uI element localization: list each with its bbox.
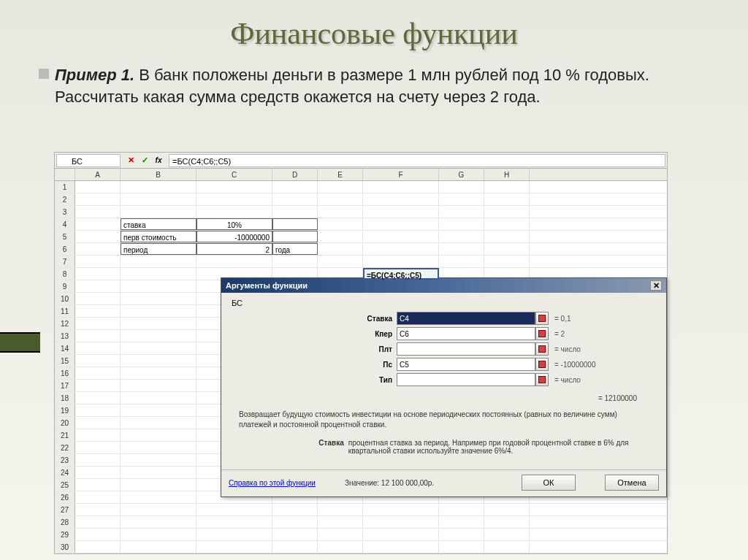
cell[interactable] (75, 516, 121, 528)
cell[interactable] (363, 243, 439, 255)
cell[interactable] (121, 380, 196, 391)
cell[interactable] (121, 181, 196, 193)
row-header[interactable]: 19 (55, 404, 75, 416)
cancel-button[interactable]: Отмена (605, 475, 659, 491)
row-header[interactable]: 12 (55, 318, 75, 329)
cell[interactable] (75, 429, 121, 441)
cell[interactable] (75, 342, 121, 354)
cell[interactable] (484, 181, 530, 193)
cell[interactable] (196, 256, 272, 267)
cell[interactable] (439, 206, 484, 218)
cell[interactable]: =БС(C4;C6;;C5) (363, 268, 439, 280)
cell[interactable] (75, 243, 121, 255)
row-header[interactable]: 21 (55, 429, 75, 441)
col-header[interactable]: E (318, 169, 363, 180)
cell[interactable] (484, 193, 530, 205)
cell[interactable] (439, 256, 484, 267)
help-link[interactable]: Справка по этой функции (229, 479, 316, 487)
cell[interactable] (75, 318, 121, 329)
cell[interactable] (121, 330, 196, 342)
cell[interactable] (75, 417, 121, 429)
range-select-icon[interactable] (535, 312, 549, 325)
cell[interactable] (75, 541, 121, 553)
cell[interactable] (272, 181, 318, 193)
cell[interactable] (439, 193, 484, 205)
cell[interactable] (363, 193, 439, 205)
cell[interactable] (484, 243, 530, 255)
row-header[interactable]: 29 (55, 529, 75, 540)
cell[interactable] (484, 256, 530, 267)
cell[interactable] (363, 516, 439, 528)
dialog-titlebar[interactable]: Аргументы функции ✕ (221, 278, 666, 293)
cell[interactable] (121, 442, 196, 453)
cell[interactable] (363, 206, 439, 218)
row-header[interactable]: 10 (55, 293, 75, 304)
cell[interactable] (318, 243, 363, 255)
cell[interactable] (272, 193, 318, 205)
cell[interactable] (272, 218, 318, 230)
cell[interactable] (75, 367, 121, 379)
cell[interactable] (318, 193, 363, 205)
argument-input[interactable]: C5 (397, 358, 535, 371)
row-header[interactable]: 26 (55, 491, 75, 503)
cell[interactable]: ставка (121, 218, 196, 230)
cell[interactable] (439, 516, 484, 528)
row-header[interactable]: 16 (55, 367, 75, 379)
cell[interactable] (121, 280, 196, 292)
cell[interactable] (272, 541, 318, 553)
row-header[interactable]: 5 (55, 231, 75, 242)
cell[interactable] (121, 404, 196, 416)
cell[interactable] (484, 218, 530, 230)
argument-input[interactable] (397, 373, 535, 386)
cell[interactable] (196, 181, 272, 193)
cell[interactable] (318, 231, 363, 242)
argument-input[interactable]: C4 (397, 312, 535, 325)
col-header[interactable]: C (196, 169, 272, 180)
fx-icon[interactable]: fx (153, 155, 164, 166)
cell[interactable] (484, 529, 530, 540)
cell[interactable] (121, 355, 196, 367)
cell[interactable] (121, 417, 196, 429)
cell[interactable] (121, 491, 196, 503)
cell[interactable] (121, 318, 196, 329)
cell[interactable] (75, 504, 121, 515)
cell[interactable] (75, 293, 121, 304)
cell[interactable]: -10000000 (196, 231, 272, 242)
cell[interactable] (318, 181, 363, 193)
row-header[interactable]: 3 (55, 206, 75, 218)
cell[interactable]: 10% (196, 218, 272, 230)
cell[interactable] (121, 392, 196, 404)
cell[interactable] (363, 504, 439, 515)
range-select-icon[interactable] (535, 373, 549, 386)
close-icon[interactable]: ✕ (650, 280, 662, 291)
cancel-formula-icon[interactable]: ✕ (125, 155, 137, 166)
cell[interactable] (439, 529, 484, 540)
cell[interactable] (318, 504, 363, 515)
cell[interactable] (121, 268, 196, 280)
cell[interactable] (75, 231, 121, 242)
row-header[interactable]: 28 (55, 516, 75, 528)
cell[interactable] (363, 181, 439, 193)
cell[interactable] (318, 541, 363, 553)
cell[interactable] (121, 206, 196, 218)
cell[interactable]: 2 (196, 243, 272, 255)
cell[interactable] (484, 504, 530, 515)
cell[interactable] (121, 293, 196, 304)
cell[interactable] (75, 193, 121, 205)
cell[interactable] (121, 529, 196, 540)
row-header[interactable]: 2 (55, 193, 75, 205)
cell[interactable] (196, 541, 272, 553)
row-header[interactable]: 20 (55, 417, 75, 429)
cell[interactable] (272, 529, 318, 540)
col-header[interactable]: F (363, 169, 439, 180)
cell[interactable] (75, 218, 121, 230)
cell[interactable] (121, 516, 196, 528)
row-header[interactable]: 11 (55, 305, 75, 317)
cell[interactable] (484, 541, 530, 553)
cell[interactable] (439, 243, 484, 255)
cell[interactable] (484, 231, 530, 242)
row-header[interactable]: 22 (55, 442, 75, 453)
row-header[interactable]: 15 (55, 355, 75, 367)
cell[interactable] (318, 529, 363, 540)
range-select-icon[interactable] (535, 342, 549, 356)
